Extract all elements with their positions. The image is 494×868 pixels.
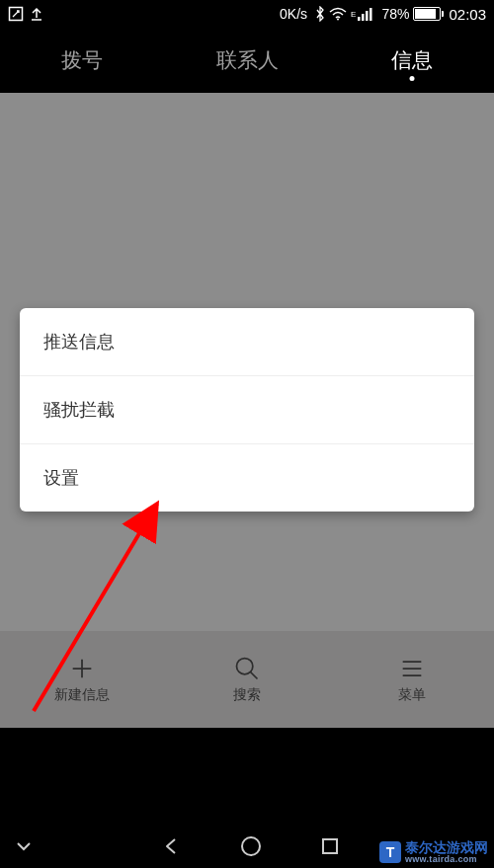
context-menu: 推送信息 骚扰拦截 设置 <box>20 308 474 512</box>
nav-recent-button[interactable] <box>318 834 342 858</box>
battery-icon <box>413 7 441 21</box>
wifi-icon <box>329 7 347 21</box>
nav-back-button[interactable] <box>160 834 184 858</box>
status-bar: 0K/s E 78% 02:03 <box>0 0 494 28</box>
network-type-icon: E <box>351 10 356 19</box>
menu-item-settings[interactable]: 设置 <box>20 444 474 512</box>
tab-contacts[interactable]: 联系人 <box>165 28 330 93</box>
svg-rect-4 <box>366 11 369 21</box>
nav-dropdown-button[interactable] <box>12 834 36 858</box>
system-nav-bar <box>0 825 494 868</box>
network-speed: 0K/s <box>280 6 307 22</box>
menu-item-block[interactable]: 骚扰拦截 <box>20 376 474 444</box>
svg-rect-8 <box>323 839 337 853</box>
svg-rect-5 <box>370 8 372 21</box>
tab-bar: 拨号 联系人 信息 <box>0 28 494 93</box>
nav-home-button[interactable] <box>239 834 263 858</box>
signal-icon <box>358 7 373 21</box>
tab-dial[interactable]: 拨号 <box>0 28 165 93</box>
bluetooth-icon <box>315 6 325 22</box>
svg-rect-2 <box>358 17 361 21</box>
svg-point-1 <box>337 19 339 21</box>
battery-percent: 78% <box>381 6 409 22</box>
svg-rect-3 <box>362 14 365 21</box>
svg-point-7 <box>242 837 260 855</box>
status-right: 0K/s E 78% 02:03 <box>280 6 486 23</box>
clock: 02:03 <box>449 6 486 23</box>
status-left <box>8 6 43 22</box>
phone-screen: 0K/s E 78% 02:03 拨号 联系人 信息 新建信息 <box>0 0 494 825</box>
upload-icon <box>30 6 43 22</box>
tab-messages[interactable]: 信息 <box>329 28 494 93</box>
compose-icon <box>8 6 24 22</box>
menu-item-push[interactable]: 推送信息 <box>20 308 474 376</box>
